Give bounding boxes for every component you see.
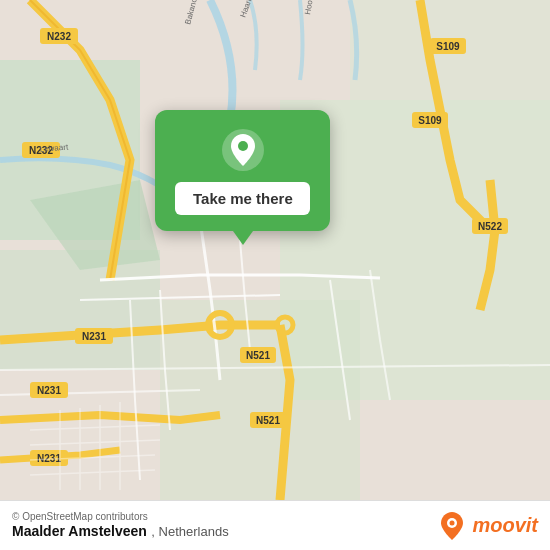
location-pin-icon xyxy=(221,128,265,172)
map-container: N232 N232 N231 N231 N231 N521 N521 S109 … xyxy=(0,0,550,500)
svg-text:N232: N232 xyxy=(47,31,71,42)
moovit-icon xyxy=(436,510,468,542)
footer-left: © OpenStreetMap contributors Maalder Ams… xyxy=(12,511,229,540)
footer: © OpenStreetMap contributors Maalder Ams… xyxy=(0,500,550,550)
svg-rect-6 xyxy=(350,0,550,120)
attribution-text: © OpenStreetMap contributors xyxy=(12,511,229,522)
svg-text:N521: N521 xyxy=(256,415,280,426)
moovit-text: moovit xyxy=(472,514,538,537)
svg-text:N231: N231 xyxy=(82,331,106,342)
svg-text:N521: N521 xyxy=(246,350,270,361)
location-country: , Netherlands xyxy=(151,524,228,539)
svg-point-37 xyxy=(450,520,455,525)
svg-text:S109: S109 xyxy=(436,41,460,52)
take-me-there-button[interactable]: Take me there xyxy=(175,182,310,215)
location-name: Maalder Amstelveen xyxy=(12,523,147,539)
location-info: Maalder Amstelveen , Netherlands xyxy=(12,522,229,540)
popup-card: Take me there xyxy=(155,110,330,231)
moovit-logo: moovit xyxy=(436,510,538,542)
svg-text:N522: N522 xyxy=(478,221,502,232)
svg-point-35 xyxy=(238,141,248,151)
svg-text:S109: S109 xyxy=(418,115,442,126)
svg-text:N231: N231 xyxy=(37,385,61,396)
